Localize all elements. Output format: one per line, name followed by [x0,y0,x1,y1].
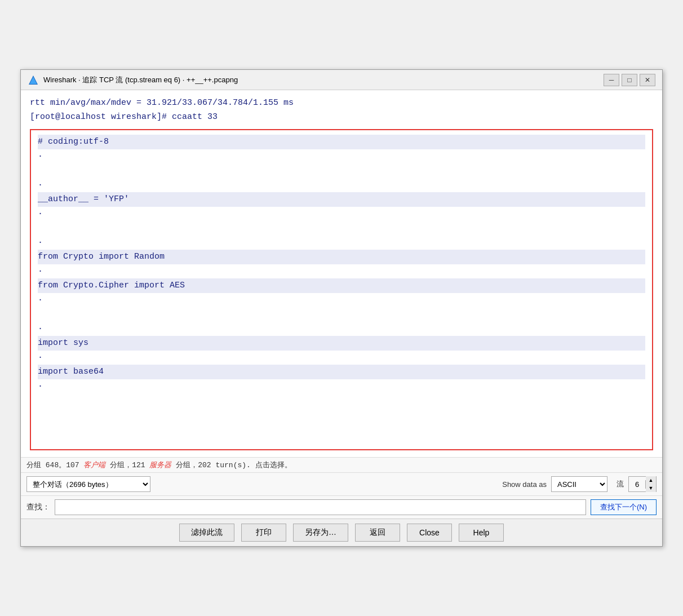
code-line: · [38,293,645,308]
code-text: from Crypto import Random [38,250,165,264]
code-text: from Crypto.Cipher import AES [38,278,185,293]
code-line: · [38,264,645,279]
code-dot: · [38,379,43,394]
code-dot: · [38,322,43,336]
print-button[interactable]: 打印 [241,524,286,542]
stream-down-button[interactable]: ▼ [646,484,656,492]
code-line: from Crypto import Random [38,250,645,264]
controls-bar: 整个对话（2696 bytes） Show data as ASCII HEX … [21,472,662,495]
code-line: · [38,379,645,394]
code-line: from Crypto.Cipher import AES [38,278,645,293]
conversation-select[interactable]: 整个对话（2696 bytes） [26,476,150,492]
code-dot: · [38,149,43,164]
code-line: · [38,178,645,193]
close-button[interactable]: ✕ [640,74,655,86]
show-data-label: Show data as [502,480,547,489]
code-line: · [38,322,645,336]
search-bar: 查找： 查找下一个(N) [21,495,662,518]
stream-up-button[interactable]: ▲ [646,476,656,484]
code-line [38,221,645,236]
code-line: import base64 [38,365,645,379]
bottom-bar: 滤掉此流 打印 另存为… 返回 Close Help [21,518,662,546]
filter-stream-button[interactable]: 滤掉此流 [179,524,234,542]
code-text: __author__ = 'YFP' [38,192,129,207]
terminal-line-2: [root@localhost wireshark]# ccaatt 33 [30,111,653,124]
status-after: 分组，202 turn(s). 点击选择。 [171,461,291,469]
status-text: 分组 648。107 客户端 分组，121 服务器 分组，202 turn(s)… [26,461,292,469]
code-dot: · [38,207,43,221]
status-middle: 分组，121 [105,461,149,469]
maximize-button[interactable]: □ [622,74,637,86]
code-line: · [38,149,645,164]
code-line: # coding:utf-8 [38,135,645,149]
code-text: # coding:utf-8 [38,135,109,149]
back-button[interactable]: 返回 [355,524,400,542]
code-line [38,163,645,178]
status-before: 分组 648。107 [26,461,83,469]
code-dot: · [38,264,43,279]
code-line: · [38,236,645,250]
status-client: 客户端 [83,461,105,469]
close-button-bottom[interactable]: Close [407,524,452,542]
title-bar: Wireshark · 追踪 TCP 流 (tcp.stream eq 6) ·… [21,70,662,90]
search-label: 查找： [26,502,50,512]
code-text: import base64 [38,365,104,379]
status-bar: 分组 648。107 客户端 分组，121 服务器 分组，202 turn(s)… [21,457,662,472]
code-dot: · [38,293,43,308]
status-server: 服务器 [149,461,171,469]
code-line: __author__ = 'YFP' [38,192,645,207]
code-dot: · [38,236,43,250]
search-input[interactable] [55,499,586,515]
code-box[interactable]: # coding:utf-8· ·__author__ = 'YFP'· ·fr… [30,129,653,450]
code-line: · [38,351,645,365]
code-line: import sys [38,336,645,351]
main-content: rtt min/avg/max/mdev = 31.921/33.067/34.… [21,90,662,457]
save-as-button[interactable]: 另存为… [293,524,348,542]
code-line: · [38,207,645,221]
code-dot: · [38,178,43,193]
minimize-button[interactable]: ─ [604,74,619,86]
window-title: Wireshark · 追踪 TCP 流 (tcp.stream eq 6) ·… [43,75,604,85]
stream-control: 6 ▲ ▼ [628,476,657,492]
stream-label: 流 [617,479,624,489]
code-line [38,307,645,322]
code-text: import sys [38,336,88,351]
terminal-line-1: rtt min/avg/max/mdev = 31.921/33.067/34.… [30,97,653,110]
find-next-button[interactable]: 查找下一个(N) [591,499,657,515]
window-controls: ─ □ ✕ [604,74,655,86]
help-button[interactable]: Help [459,524,504,542]
code-dot: · [38,351,43,365]
main-window: Wireshark · 追踪 TCP 流 (tcp.stream eq 6) ·… [20,69,663,547]
svg-marker-1 [30,77,37,84]
wireshark-icon [28,74,39,86]
stream-arrows: ▲ ▼ [646,476,656,492]
show-data-select[interactable]: ASCII HEX C Arrays Raw [551,476,607,492]
stream-value: 6 [629,480,646,489]
